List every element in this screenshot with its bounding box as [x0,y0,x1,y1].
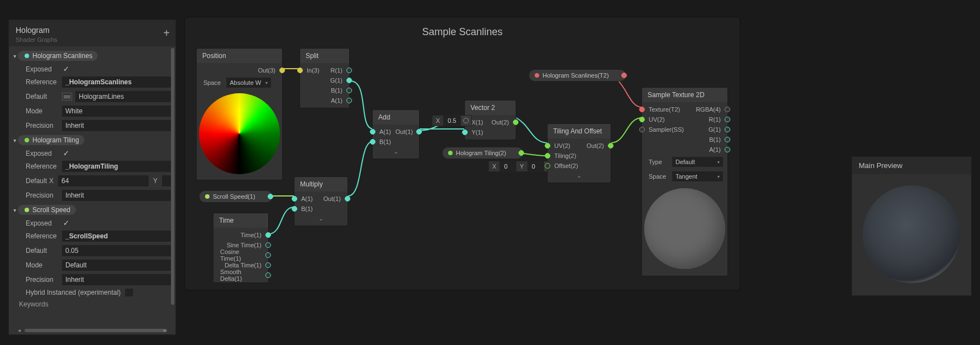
add-button[interactable]: + [163,27,170,40]
keywords-section: Keywords [9,298,175,310]
vertical-scrollbar[interactable] [171,48,174,305]
node-tiling-offset[interactable]: Tiling And Offset UV(2)Out(2) Tiling(2) … [547,123,611,183]
property-row: Precision Inherit [9,188,175,203]
precision-dropdown[interactable]: Inherit [62,120,171,131]
chevron-down-icon[interactable]: ⌄ [373,147,419,156]
main-preview-panel[interactable]: Main Preview [851,156,972,296]
space-dropdown[interactable]: Tangent▾ [672,171,723,181]
checkbox-checked-icon[interactable]: ✓ [63,149,69,157]
reference-input[interactable] [62,231,171,242]
output-port[interactable] [346,68,352,73]
node-header[interactable]: Multiply [294,177,348,191]
input-port[interactable] [545,143,550,148]
precision-dropdown[interactable]: Inherit [62,190,171,201]
node-add[interactable]: Add A(1)Out(1) B(1) ⌄ [372,109,420,159]
connector-port[interactable] [463,118,469,123]
property-chip-tiling[interactable]: Hologram Tiling(2) [442,147,524,159]
input-port[interactable] [292,196,297,202]
output-port[interactable] [346,78,352,83]
inline-x-input[interactable]: X 0.5 [432,115,472,126]
node-header[interactable]: Sample Texture 2D [642,88,727,102]
output-port[interactable] [725,147,730,152]
scroll-right-icon[interactable]: ▸ [164,327,166,333]
output-port[interactable] [621,73,627,78]
input-port[interactable] [370,129,375,135]
output-port[interactable] [265,242,271,248]
hybrid-label: Hybrid Instanced (experimental) [26,289,121,296]
output-port[interactable] [608,143,613,148]
property-row: Exposed ✓ [9,63,175,75]
input-port[interactable] [639,117,645,122]
node-position[interactable]: Position Out(3) SpaceAbsolute W▾ [196,48,283,180]
property-header-tiling[interactable]: ▾ Hologram Tiling [9,133,175,147]
precision-dropdown[interactable]: Inherit [62,274,171,285]
output-port[interactable] [265,272,271,278]
input-port[interactable] [639,127,645,132]
input-port[interactable] [639,107,645,112]
output-port[interactable] [725,127,730,132]
output-port[interactable] [265,262,271,268]
output-port[interactable] [346,98,352,103]
graph-canvas[interactable]: Sample Scanlines compare Position Out(3)… [184,17,740,290]
reference-input[interactable] [62,161,171,172]
inspector-body: ▾ Hologram Scanlines Exposed ✓ Reference… [9,46,175,320]
space-dropdown[interactable]: Absolute W▾ [226,78,271,88]
output-port[interactable] [268,194,273,199]
property-chip-scanlines[interactable]: Hologram Scanlines(T2) [529,69,626,82]
output-port[interactable] [416,129,422,135]
node-header[interactable]: Add [373,110,419,124]
x-input[interactable] [58,175,149,186]
property-row: Precision Inherit [9,272,175,287]
node-header[interactable]: Time [213,213,268,228]
input-port[interactable] [462,130,468,135]
mode-dropdown[interactable]: Default [62,260,171,271]
input-port[interactable] [370,139,375,145]
input-port[interactable] [545,153,550,159]
node-time[interactable]: Time Time(1) Sine Time(1) Cosine Time(1)… [213,213,269,283]
chevron-down-icon[interactable]: ⌄ [548,171,611,180]
node-sample-texture[interactable]: Sample Texture 2D Texture(T2)RGBA(4) UV(… [641,87,728,276]
type-dropdown[interactable]: Default▾ [672,157,723,167]
property-header-scanlines[interactable]: ▾ Hologram Scanlines [9,49,175,63]
horizontal-scrollbar[interactable] [25,329,167,332]
output-port[interactable] [265,252,271,258]
field-label: Mode [26,107,62,115]
mode-dropdown[interactable]: White [62,106,171,117]
input-port[interactable] [292,206,297,212]
preview-sphere[interactable] [863,185,960,283]
property-row: Mode White [9,104,175,118]
property-header-scroll[interactable]: ▾ Scroll Speed [9,203,175,217]
chevron-down-icon: ▾ [11,137,18,143]
node-header[interactable]: Split [300,49,349,63]
node-header[interactable]: Position [197,49,282,63]
output-port[interactable] [513,119,518,125]
output-port[interactable] [725,117,730,122]
scroll-left-icon[interactable]: ◂ [18,327,21,333]
field-label: Reference [26,232,62,240]
default-input[interactable] [62,245,171,256]
property-chip-scroll-speed[interactable]: Scroll Speed(1) [199,190,273,203]
output-port[interactable] [725,107,730,112]
output-port[interactable] [279,68,285,73]
node-header[interactable]: Vector 2 [465,100,516,115]
output-port[interactable] [265,232,271,238]
default-input[interactable] [75,91,171,102]
checkbox-checked-icon[interactable]: ✓ [63,219,69,227]
checkbox-checked-icon[interactable]: ✓ [63,65,69,73]
node-split[interactable]: Split In(3)R(1) G(1) B(1) A(1) [299,48,350,108]
reference-input[interactable] [62,76,171,88]
node-multiply[interactable]: Multiply A(1)Out(1) B(1) ⌄ [294,176,348,226]
node-header[interactable]: Tiling And Offset [548,124,611,138]
chevron-down-icon[interactable]: ⌄ [294,214,348,223]
inspector-header: Hologram Shader Graphs + [9,20,175,46]
property-row: Hybrid Instanced (experimental) [9,287,175,298]
output-port[interactable] [346,88,352,93]
inspector-title: Hologram [16,26,169,35]
input-port[interactable] [297,68,303,73]
node-vector2[interactable]: Vector 2 X(1)Out(2) Y(1) [464,100,516,140]
output-port[interactable] [725,137,730,142]
input-port[interactable] [545,163,550,169]
output-port[interactable] [345,196,350,202]
output-port[interactable] [518,150,524,156]
checkbox-unchecked[interactable] [125,289,133,296]
